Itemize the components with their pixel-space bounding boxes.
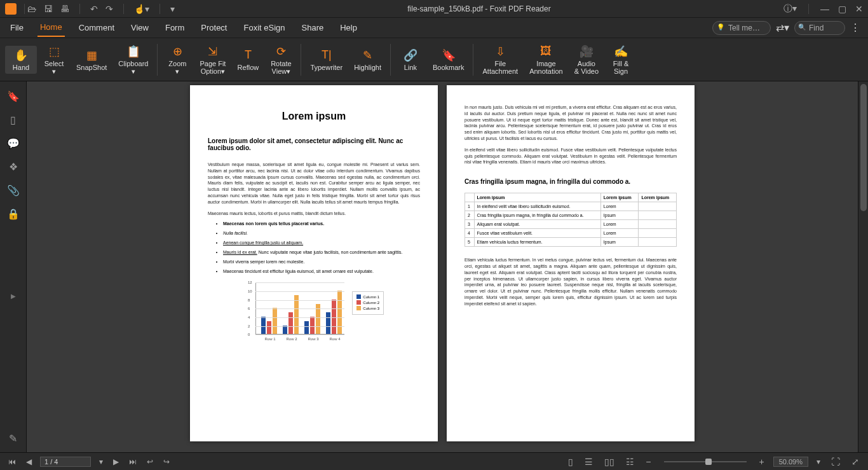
ribbon-zoom-button[interactable]: ⊕Zoom▾ <box>161 42 193 78</box>
close-icon[interactable]: ✕ <box>855 4 863 14</box>
ribbon-icon: 🔗 <box>403 48 417 62</box>
last-page-icon[interactable]: ⏭ <box>127 457 139 466</box>
ribbon-select-button[interactable]: ⬚Select▾ <box>38 42 70 78</box>
page-number-input[interactable]: 1 / 4 <box>40 457 91 467</box>
ribbon-hand-button[interactable]: ✋Hand <box>5 46 37 74</box>
maximize-icon[interactable]: ▢ <box>838 4 846 14</box>
page1-list: Maecenas non lorem quis tellus placerat … <box>208 221 420 273</box>
page2-table: Lorem ipsumLorem ipsumLorem ipsum1In ele… <box>465 193 677 247</box>
fit-page-icon[interactable]: ⛶ <box>829 455 843 468</box>
ribbon-file-button[interactable]: ⇩FileAttachment <box>477 42 523 78</box>
page2-para1: In non mauris justo. Duis vehicula mi ve… <box>465 104 677 142</box>
tab-home[interactable]: Home <box>37 18 65 37</box>
tab-view[interactable]: View <box>128 19 151 36</box>
next-page-icon[interactable]: ▶ <box>111 457 121 466</box>
signatures-icon[interactable]: ✎ <box>9 432 17 445</box>
table-row: 3Aliquam erat volutpat.Lorem <box>465 220 677 229</box>
ribbon-icon: ✎ <box>363 48 372 62</box>
tab-help[interactable]: Help <box>337 19 360 36</box>
menu-tabs: File Home Comment View Form Protect Foxi… <box>0 18 868 38</box>
expand-panel-icon[interactable]: ▶ <box>11 293 16 300</box>
zoom-slider[interactable] <box>664 461 747 462</box>
zoom-in-icon[interactable]: + <box>757 455 767 468</box>
status-bar: ⏮ ◀ 1 / 4 ▾ ▶ ⏭ ↩ ↪ ▯ ☰ ▯▯ ☷ − + 50.09% … <box>0 452 868 470</box>
page2-para2: In eleifend velit vitae libero sollicitu… <box>465 147 677 165</box>
attachments-icon[interactable]: 📎 <box>7 184 20 197</box>
ribbon-typewriter-button[interactable]: T|Typewriter <box>305 46 348 74</box>
single-page-icon[interactable]: ▯ <box>566 455 576 468</box>
page1-chart: 024681012 Row 1Row 2Row 3Row 4 Column 1C… <box>244 280 384 350</box>
minimize-icon[interactable]: — <box>820 4 829 14</box>
vertical-scrollbar[interactable] <box>858 81 868 452</box>
qat-more-icon[interactable]: ▾ <box>170 4 175 14</box>
back-view-icon[interactable]: ↩ <box>145 457 155 466</box>
ribbon-bookmark-button[interactable]: 🔖Bookmark <box>428 46 470 74</box>
list-item: Maecenas tincidunt est efficitur ligula … <box>223 269 420 273</box>
page2-para3: Etiam vehicula luctus fermentum. In vel … <box>465 257 677 307</box>
ribbon: ✋Hand⬚Select▾▦SnapShot📋Clipboard▾⊕Zoom▾⇲… <box>0 38 868 81</box>
facing-icon[interactable]: ▯▯ <box>602 455 617 468</box>
quick-access-toolbar: 🗁 🖫 🖶 ↶ ↷ ☝▾ ▾ <box>27 4 175 14</box>
ribbon-icon: ⟳ <box>276 45 286 59</box>
bookmarks-icon[interactable]: 🔖 <box>7 90 20 102</box>
prev-page-icon[interactable]: ◀ <box>24 457 34 466</box>
undo-icon[interactable]: ↶ <box>90 4 98 14</box>
page-dropdown-icon[interactable]: ▾ <box>97 457 105 466</box>
list-item: Mauris id ex erat. Nunc vulputate neque … <box>223 250 420 254</box>
forward-view-icon[interactable]: ↪ <box>161 457 172 466</box>
ribbon-icon: ⇩ <box>496 45 505 59</box>
print-icon[interactable]: 🖶 <box>60 4 69 14</box>
save-icon[interactable]: 🖫 <box>44 4 53 14</box>
continuous-facing-icon[interactable]: ☷ <box>623 455 637 468</box>
page1-para1: Vestibulum neque massa, scelerisque sit … <box>208 162 420 205</box>
list-item: Morbi viverra semper lorem nec molestie. <box>223 259 420 264</box>
first-page-icon[interactable]: ⏮ <box>6 457 18 466</box>
table-row: 2Cras fringilla ipsum magna, in fringill… <box>465 211 677 220</box>
ribbon-icon: 🎥 <box>580 45 593 59</box>
touch-icon[interactable]: ☝▾ <box>134 4 149 14</box>
ribbon-highlight-button[interactable]: ✎Highlight <box>349 46 386 74</box>
tab-file[interactable]: File <box>8 19 26 36</box>
ribbon-icon: 🖼 <box>540 45 552 59</box>
open-icon[interactable]: 🗁 <box>27 4 36 14</box>
menu-more-icon[interactable]: ⋮ <box>850 22 860 34</box>
ribbon-icon: ⇲ <box>208 45 217 59</box>
find-input[interactable]: Find <box>794 21 845 35</box>
comments-icon[interactable]: 💬 <box>7 137 20 149</box>
tab-comment[interactable]: Comment <box>76 19 117 36</box>
ribbon-rotate-button[interactable]: ⟳RotateView▾ <box>265 42 297 78</box>
ribbon-icon: ✍ <box>614 45 628 59</box>
ribbon-image-button[interactable]: 🖼ImageAnnotation <box>524 42 568 78</box>
ribbon-icon: ⊕ <box>173 45 182 59</box>
tab-form[interactable]: Form <box>163 19 187 36</box>
table-row: 5Etiam vehicula luctus fermentum.Ipsum <box>465 238 677 247</box>
table-row: 1In eleifend velit vitae libero sollicit… <box>465 202 677 211</box>
continuous-icon[interactable]: ☰ <box>582 455 595 468</box>
ribbon-audio-button[interactable]: 🎥Audio& Video <box>569 42 604 78</box>
document-canvas[interactable]: Lorem ipsum Lorem ipsum dolor sit amet, … <box>27 81 858 452</box>
zoom-dropdown-icon[interactable]: ▾ <box>815 457 822 466</box>
navigation-panel: 🔖 ▯ 💬 ❖ 📎 🔒 ▶ ✎ <box>0 81 27 452</box>
pages-icon[interactable]: ▯ <box>10 114 16 126</box>
ribbon-link-button[interactable]: 🔗Link <box>395 46 426 74</box>
app-logo-icon <box>5 3 17 15</box>
security-icon[interactable]: 🔒 <box>7 208 20 220</box>
layers-icon[interactable]: ❖ <box>9 161 18 173</box>
ribbon-snapshot-button[interactable]: ▦SnapShot <box>71 46 112 74</box>
tab-protect[interactable]: Protect <box>198 19 229 36</box>
tell-me-input[interactable]: Tell me… <box>712 21 771 35</box>
ribbon-clipboard-button[interactable]: 📋Clipboard▾ <box>113 42 153 78</box>
tab-share[interactable]: Share <box>299 19 327 36</box>
ribbon-reflow-button[interactable]: TReflow <box>232 46 264 74</box>
tab-esign[interactable]: Foxit eSign <box>241 19 287 36</box>
fullscreen-icon[interactable]: ⤢ <box>849 455 862 468</box>
account-icon[interactable]: ⓘ▾ <box>783 3 797 15</box>
ribbon-fill-button[interactable]: ✍Fill &Sign <box>605 42 637 78</box>
ribbon-icon: ✋ <box>14 48 28 62</box>
zoom-value[interactable]: 50.09% <box>773 457 808 467</box>
zoom-out-icon[interactable]: − <box>643 455 653 468</box>
search-options-icon[interactable]: ⇄▾ <box>776 22 789 34</box>
ribbon-pagefit-button[interactable]: ⇲Page FitOption▾ <box>194 42 231 78</box>
redo-icon[interactable]: ↷ <box>105 4 113 14</box>
ribbon-icon: ⬚ <box>49 45 60 59</box>
